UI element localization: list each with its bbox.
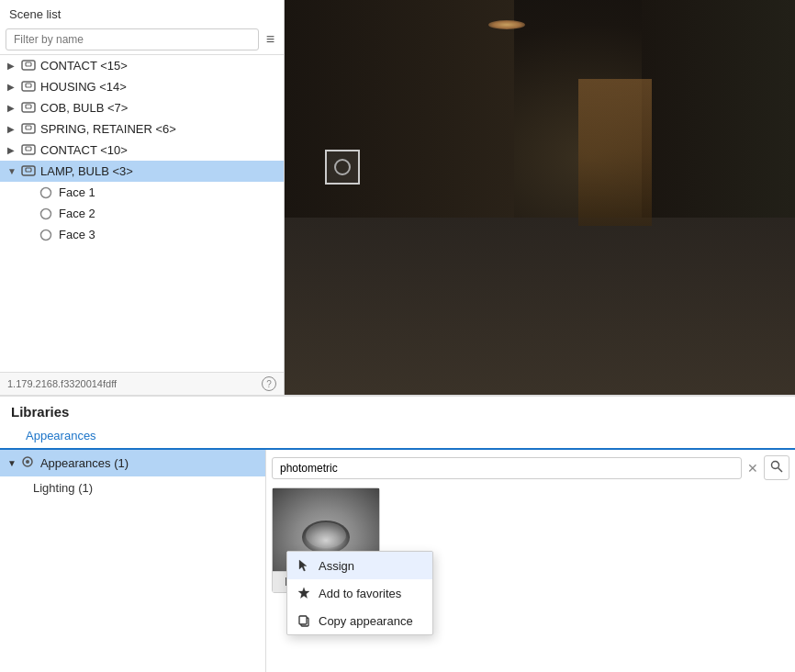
component-icon bbox=[20, 60, 37, 73]
tree-child-face3[interactable]: Face 3 bbox=[0, 224, 284, 245]
tree-item-label: COB, BULB <7> bbox=[40, 101, 128, 115]
svg-rect-5 bbox=[26, 105, 31, 108]
tree-child-label: Face 2 bbox=[59, 207, 95, 220]
lib-search-input[interactable] bbox=[272, 457, 742, 479]
svg-point-12 bbox=[41, 187, 51, 197]
component-icon bbox=[20, 81, 37, 94]
tree-item-spring6[interactable]: ▶ SPRING, RETAINER <6> bbox=[0, 118, 284, 140]
scene-footer: 1.179.2168.f3320014fdff ? bbox=[0, 372, 284, 395]
ctx-item-assign[interactable]: Assign bbox=[287, 552, 432, 579]
tree-child-label: Face 3 bbox=[59, 228, 95, 241]
libraries-title: Libraries bbox=[0, 397, 795, 423]
component-icon bbox=[20, 102, 37, 115]
tree-item-label: CONTACT <10> bbox=[40, 143, 128, 157]
chevron-down-icon: ▼ bbox=[7, 166, 20, 176]
lib-tree-item-label: Appearances (1) bbox=[40, 456, 129, 470]
libraries-content: ▼ Appearances (1) Lighting (1) ✕ bbox=[0, 450, 795, 672]
svg-rect-9 bbox=[26, 147, 31, 151]
ceiling-light bbox=[488, 20, 525, 29]
svg-rect-3 bbox=[26, 84, 31, 87]
chevron-right-icon: ▶ bbox=[7, 61, 20, 71]
tree-item-contact15[interactable]: ▶ CONTACT <15> bbox=[0, 55, 284, 76]
svg-point-17 bbox=[772, 462, 779, 469]
chevron-down-icon: ▼ bbox=[7, 458, 17, 468]
help-icon[interactable]: ? bbox=[262, 376, 276, 391]
door-light bbox=[578, 79, 652, 226]
svg-point-16 bbox=[26, 460, 29, 464]
svg-marker-21 bbox=[299, 560, 307, 571]
component-icon bbox=[20, 123, 37, 136]
copy-icon bbox=[297, 613, 311, 628]
svg-rect-11 bbox=[26, 168, 31, 172]
svg-line-18 bbox=[778, 468, 783, 473]
chevron-right-icon: ▶ bbox=[7, 145, 20, 155]
viewport-bg bbox=[285, 0, 795, 395]
face-icon bbox=[39, 229, 53, 241]
face-icon bbox=[39, 207, 53, 220]
cursor-icon bbox=[297, 558, 311, 573]
svg-rect-7 bbox=[26, 126, 31, 129]
ctx-assign-label: Assign bbox=[319, 559, 354, 573]
room-floor bbox=[285, 218, 795, 396]
tree-child-face1[interactable]: Face 1 bbox=[0, 182, 284, 203]
viewport[interactable] bbox=[285, 0, 795, 395]
ctx-favorites-label: Add to favorites bbox=[319, 587, 401, 600]
chevron-right-icon: ▶ bbox=[7, 124, 20, 134]
tree-item-label: LAMP, BULB <3> bbox=[40, 164, 133, 178]
ctx-item-copy-appearance[interactable]: Copy appearance bbox=[287, 607, 432, 634]
face-icon bbox=[39, 186, 53, 199]
libraries-panel: Libraries Appearances ▼ Appearances (1) … bbox=[0, 395, 795, 672]
tree-child-face2[interactable]: Face 2 bbox=[0, 203, 284, 224]
svg-marker-22 bbox=[298, 588, 309, 599]
svg-rect-24 bbox=[299, 616, 307, 624]
target-inner bbox=[334, 159, 351, 175]
target-icon bbox=[325, 150, 360, 185]
lib-search-row: ✕ bbox=[272, 455, 789, 480]
tree-child-label: Face 1 bbox=[59, 185, 95, 199]
lib-main: ✕ bbox=[266, 450, 795, 672]
lib-tree-item-appearances[interactable]: ▼ Appearances (1) bbox=[0, 450, 265, 476]
scene-filter-input[interactable] bbox=[6, 28, 259, 50]
tree-item-label: CONTACT <15> bbox=[40, 59, 128, 73]
lib-tree: ▼ Appearances (1) Lighting (1) bbox=[0, 450, 266, 672]
lib-clear-button[interactable]: ✕ bbox=[745, 459, 760, 477]
ctx-item-add-favorites[interactable]: Add to favorites bbox=[287, 579, 432, 607]
tree-item-label: HOUSING <14> bbox=[40, 80, 127, 94]
svg-point-14 bbox=[41, 230, 51, 240]
svg-point-13 bbox=[41, 208, 51, 218]
tree-item-housing14[interactable]: ▶ HOUSING <14> bbox=[0, 76, 284, 97]
lib-search-button[interactable] bbox=[764, 455, 789, 480]
chevron-right-icon: ▶ bbox=[7, 82, 20, 92]
svg-rect-1 bbox=[26, 62, 31, 66]
scene-menu-button[interactable]: ≡ bbox=[263, 30, 278, 49]
component-icon bbox=[20, 144, 37, 157]
component-icon bbox=[20, 165, 37, 178]
tab-appearances[interactable]: Appearances bbox=[11, 423, 111, 450]
tree-item-label: SPRING, RETAINER <6> bbox=[40, 122, 176, 136]
tree-item-contact10[interactable]: ▶ CONTACT <10> bbox=[0, 140, 284, 161]
context-menu: Assign Add to favorites bbox=[286, 551, 433, 635]
tree-item-cob-bulb7[interactable]: ▶ COB, BULB <7> bbox=[0, 97, 284, 118]
appearances-group-icon bbox=[20, 455, 35, 471]
scene-panel: Scene list ≡ ▶ CONTACT <15> ▶ HOUSING <1… bbox=[0, 0, 285, 395]
ctx-copy-label: Copy appearance bbox=[319, 614, 413, 628]
chevron-right-icon: ▶ bbox=[7, 103, 20, 113]
star-icon bbox=[297, 586, 311, 600]
lib-tree-sub-lighting[interactable]: Lighting (1) bbox=[0, 476, 265, 499]
scene-footer-id: 1.179.2168.f3320014fdff bbox=[7, 378, 117, 389]
scene-tree: ▶ CONTACT <15> ▶ HOUSING <14> ▶ bbox=[0, 55, 284, 372]
scene-panel-title: Scene list bbox=[0, 0, 284, 25]
svg-point-20 bbox=[306, 522, 346, 548]
libraries-tabs: Appearances bbox=[0, 423, 795, 450]
tree-item-lamp-bulb3[interactable]: ▼ LAMP, BULB <3> bbox=[0, 161, 284, 182]
